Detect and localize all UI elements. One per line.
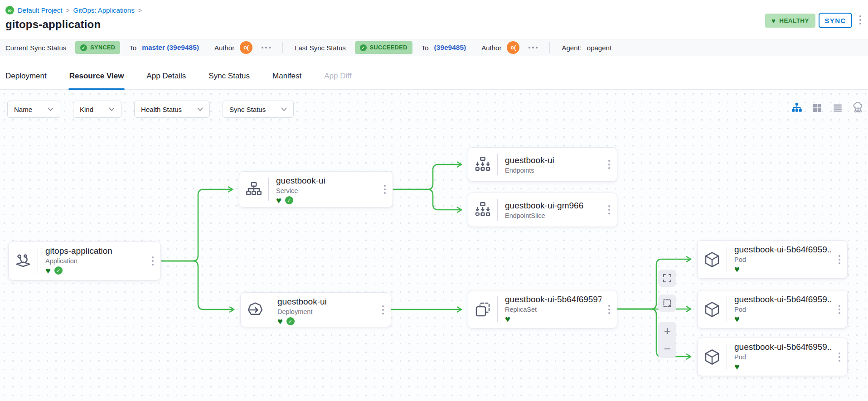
resource-node-pod-2[interactable]: guestbook-ui-5b64f6959...Pod♥ [697,290,848,329]
filter-health-status-dropdown[interactable]: Health Status [134,101,210,118]
node-title: gitops-application [45,246,145,256]
breadcrumb-separator: > [66,7,69,14]
to-label: To [129,44,136,52]
node-kind: Service [276,187,377,194]
healthy-heart-icon: ♥ [734,265,740,274]
node-status-icons: ♥✓ [45,266,145,275]
breadcrumb: ∞ Default Project > GitOps: Applications… [5,6,142,14]
node-status-icons: ♥ [734,265,832,274]
check-circle-icon: ✓ [360,44,367,51]
endpoints-icon [468,148,497,181]
pod-icon [698,338,727,376]
grid-view-icon[interactable] [811,101,824,114]
to-label: To [422,44,429,52]
resource-node-replicaset[interactable]: guestbook-ui-5b64f69597ReplicaSet♥ [468,290,617,329]
tab-app-diff: App Diff [324,63,351,90]
node-more-options-icon[interactable] [832,338,847,376]
tree-view-icon[interactable] [790,101,803,114]
node-more-options-icon[interactable] [832,241,847,278]
node-kind: Pod [734,256,832,263]
synced-check-icon: ✓ [54,266,63,275]
list-view-icon[interactable] [831,101,844,114]
agent-value: opagent [587,44,611,52]
filter-sync-status-dropdown[interactable]: Sync Status [223,101,294,118]
node-status-icons: ♥ [734,314,832,324]
breadcrumb-project-link[interactable]: Default Project [18,6,62,14]
node-status-icons: ♥ [734,362,832,371]
filter-name-dropdown[interactable]: Name [7,101,60,118]
tab-manifest[interactable]: Manifest [272,63,301,90]
node-more-options-icon[interactable] [832,290,847,328]
page-title: gitops-application [5,18,101,31]
pod-icon [698,290,727,328]
node-more-options-icon[interactable] [375,293,391,327]
resource-node-endpoints[interactable]: guestbook-uiEndpoints [468,147,617,182]
node-status-icons: ♥✓ [276,196,377,205]
breadcrumb-separator: > [138,7,142,14]
current-sync-more-icon[interactable] [262,47,271,48]
healthy-heart-icon: ♥ [505,314,510,324]
tab-resource-view[interactable]: Resource View [69,63,124,90]
node-more-options-icon[interactable] [601,290,617,328]
agent-label: Agent: [562,44,581,52]
filter-bar: NameKindHealth StatusSync Status [7,101,294,118]
chevron-down-icon [109,107,115,111]
node-more-options-icon[interactable] [601,193,617,227]
last-sync-status-label: Last Sync Status [295,44,346,52]
filter-label: Name [14,106,32,113]
sync-button[interactable]: SYNC [819,13,852,28]
cluster-view-icon[interactable] [852,101,864,114]
service-icon [239,172,268,207]
filter-label: Health Status [141,106,182,113]
author-avatar: o( [240,41,252,54]
page-header: ∞ Default Project > GitOps: Applications… [0,0,868,39]
synced-badge-label: SYNCED [90,44,115,51]
node-title: guestbook-ui-5b64f69597 [505,295,601,304]
resource-node-service[interactable]: guestbook-uiService♥✓ [239,171,393,208]
node-title: guestbook-ui [505,155,601,165]
resource-node-pod-1[interactable]: guestbook-ui-5b64f6959...Pod♥ [697,240,848,279]
current-revision-link[interactable]: master (39e9485) [142,43,199,52]
heart-icon: ♥ [771,17,776,24]
view-mode-switcher [790,101,864,114]
tab-sync-status[interactable]: Sync Status [209,63,250,90]
last-sync-more-icon[interactable] [529,47,538,48]
check-circle-icon: ✓ [80,44,87,51]
filter-label: Kind [80,106,93,113]
node-kind: Pod [734,306,832,313]
synced-check-icon: ✓ [286,317,295,325]
resource-node-application[interactable]: gitops-applicationApplication♥✓ [8,242,161,280]
node-kind: Application [45,257,145,265]
tab-app-details[interactable]: App Details [146,63,186,90]
node-more-options-icon[interactable] [601,148,617,181]
resource-tree-canvas[interactable]: NameKindHealth StatusSync Status gitops-… [0,90,868,401]
node-more-options-icon[interactable] [145,242,160,280]
tab-deployment[interactable]: Deployment [5,63,47,90]
node-kind: EndpointSlice [505,212,601,219]
node-kind: Endpoints [505,167,601,174]
app-more-options-icon[interactable] [859,15,861,24]
status-bar: Current Sync Status ✓ SYNCED To master (… [0,39,868,56]
filter-kind-dropdown[interactable]: Kind [73,101,121,118]
zoom-out-icon[interactable]: − [664,343,670,355]
last-revision-link[interactable]: (39e9485) [434,43,466,52]
zoom-in-icon[interactable]: + [664,325,670,337]
breadcrumb-applications-link[interactable]: GitOps: Applications [73,6,135,14]
divider [282,42,283,53]
deployment-icon [241,293,270,327]
zoom-in-out-control[interactable]: + − [658,322,676,358]
resource-node-pod-3[interactable]: guestbook-ui-5b64f6959...Pod♥ [697,338,848,376]
node-kind: Deployment [277,308,375,315]
fit-to-screen-button[interactable] [658,270,676,287]
marquee-select-button[interactable] [658,295,676,312]
resource-node-endpointslice[interactable]: guestbook-ui-gm966EndpointSlice [468,193,617,227]
endpointslice-icon [468,193,497,227]
current-sync-status-label: Current Sync Status [5,44,66,52]
node-more-options-icon[interactable] [377,172,393,207]
healthy-heart-icon: ♥ [277,317,283,326]
author-label: Author [481,44,501,52]
healthy-heart-icon: ♥ [734,314,740,324]
application-icon [9,242,38,280]
resource-node-deployment[interactable]: guestbook-uiDeployment♥✓ [240,292,391,327]
tab-bar: DeploymentResource ViewApp DetailsSync S… [0,56,868,90]
